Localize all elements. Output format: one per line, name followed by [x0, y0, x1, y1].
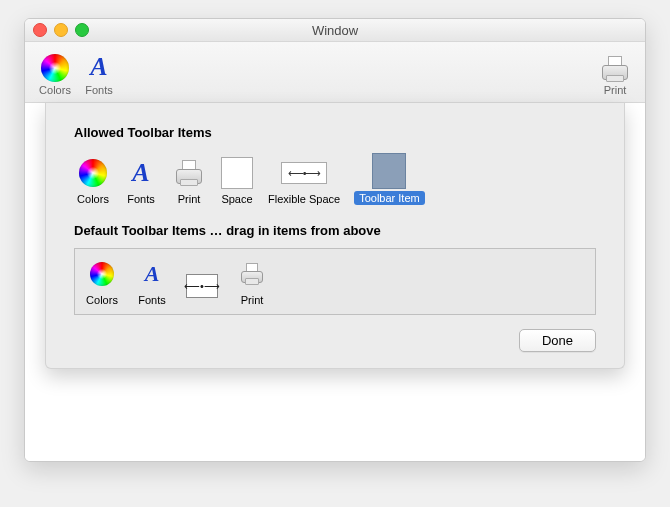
print-icon [239, 263, 265, 285]
toolbar-label: Fonts [85, 84, 113, 96]
customize-toolbar-sheet: Allowed Toolbar Items Colors A Fonts Pri… [45, 103, 625, 369]
item-label: Toolbar Item [354, 191, 425, 205]
allowed-items-title: Allowed Toolbar Items [74, 125, 596, 140]
done-button[interactable]: Done [519, 329, 596, 352]
fonts-icon: A [145, 261, 160, 287]
toolbar-item-colors[interactable]: Colors [33, 54, 77, 96]
item-label: Colors [77, 193, 109, 205]
content-area: Allowed Toolbar Items Colors A Fonts Pri… [25, 103, 645, 461]
colors-icon [41, 54, 69, 82]
print-icon [600, 56, 630, 82]
allowed-item-fonts[interactable]: A Fonts [124, 158, 158, 205]
default-item-fonts[interactable]: A Fonts [135, 259, 169, 306]
default-items-title: Default Toolbar Items … drag in items fr… [74, 223, 596, 238]
allowed-item-print[interactable]: Print [172, 158, 206, 205]
generic-item-icon [372, 153, 406, 189]
allowed-item-colors[interactable]: Colors [76, 158, 110, 205]
item-label: Colors [86, 294, 118, 306]
toolbar-label: Colors [39, 84, 71, 96]
item-label: Print [241, 294, 264, 306]
titlebar: Window [25, 19, 645, 42]
item-label: Print [178, 193, 201, 205]
fonts-icon: A [132, 158, 149, 188]
flexible-space-icon: ⟵•⟶ [186, 274, 218, 298]
item-label: Flexible Space [268, 193, 340, 205]
default-item-flexible-space[interactable]: ⟵•⟶ [185, 271, 219, 306]
default-item-print[interactable]: Print [235, 259, 269, 306]
item-label: Space [221, 193, 252, 205]
allowed-item-toolbar-item[interactable]: Toolbar Item [354, 156, 425, 205]
toolbar-label: Print [604, 84, 627, 96]
colors-icon [90, 262, 114, 286]
print-icon [174, 160, 204, 186]
app-window: Window Colors A Fonts Print Allowed Tool… [24, 18, 646, 462]
allowed-items-row: Colors A Fonts Print Space ⟵•⟶ Flexible … [74, 150, 596, 223]
default-item-colors[interactable]: Colors [85, 259, 119, 306]
item-label: Fonts [127, 193, 155, 205]
allowed-item-flexible-space[interactable]: ⟵•⟶ Flexible Space [268, 158, 340, 205]
window-title: Window [25, 23, 645, 38]
window-toolbar: Colors A Fonts Print [25, 42, 645, 103]
flexible-space-icon: ⟵•⟶ [281, 162, 327, 184]
fonts-icon: A [90, 52, 107, 82]
colors-icon [79, 159, 107, 187]
toolbar-item-fonts[interactable]: A Fonts [77, 52, 121, 96]
toolbar-item-print[interactable]: Print [593, 56, 637, 96]
space-icon [221, 157, 253, 189]
button-row: Done [74, 329, 596, 352]
default-items-box[interactable]: Colors A Fonts ⟵•⟶ Print [74, 248, 596, 315]
item-label: Fonts [138, 294, 166, 306]
allowed-item-space[interactable]: Space [220, 158, 254, 205]
